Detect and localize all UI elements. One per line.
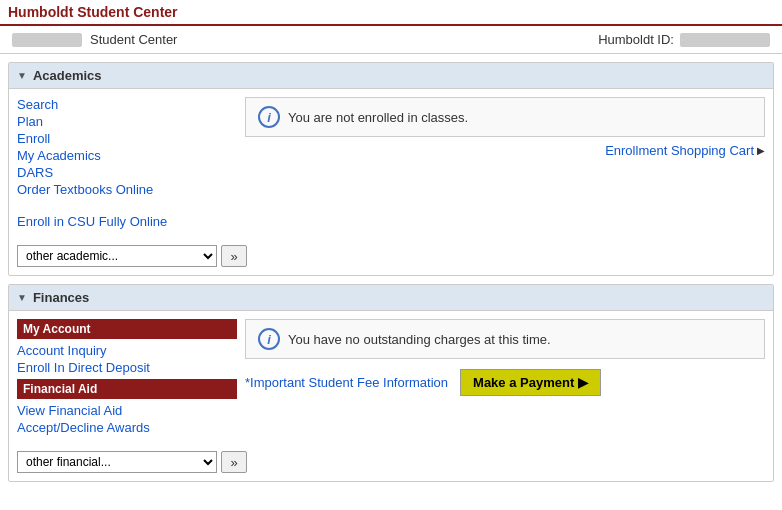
enrollment-shopping-cart-link[interactable]: Enrollment Shopping Cart ▶ — [605, 143, 765, 158]
student-name-placeholder — [12, 33, 82, 47]
financial-aid-label: Financial Aid — [23, 382, 97, 396]
finances-dropdown[interactable]: other financial... — [17, 451, 217, 473]
academics-collapse-icon[interactable]: ▼ — [17, 70, 27, 81]
humboldt-id-placeholder — [680, 33, 770, 47]
finances-right: i You have no outstanding charges at thi… — [245, 319, 765, 437]
payment-row: *Important Student Fee Information Make … — [245, 369, 765, 396]
academics-body: Search Plan Enroll My Academics DARS Ord… — [9, 89, 773, 239]
enrollment-cart-play-icon: ▶ — [757, 145, 765, 156]
academics-go-button[interactable]: » — [221, 245, 247, 267]
my-account-header: My Account — [17, 319, 237, 339]
finances-go-button[interactable]: » — [221, 451, 247, 473]
header-row: Student Center Humboldt ID: — [0, 26, 782, 54]
go-arrows-icon: » — [230, 249, 237, 264]
direct-deposit-link[interactable]: Enroll In Direct Deposit — [17, 360, 237, 375]
enroll-link[interactable]: Enroll — [17, 131, 237, 146]
header-right: Humboldt ID: — [598, 32, 770, 47]
title-bar-label: Humboldt Student Center — [8, 4, 178, 20]
finances-title: Finances — [33, 290, 89, 305]
view-financial-aid-link[interactable]: View Financial Aid — [17, 403, 237, 418]
account-inquiry-link[interactable]: Account Inquiry — [17, 343, 237, 358]
academics-title: Academics — [33, 68, 102, 83]
my-academics-link[interactable]: My Academics — [17, 148, 237, 163]
make-payment-button[interactable]: Make a Payment ▶ — [460, 369, 601, 396]
my-account-label: My Account — [23, 322, 91, 336]
finances-info-box: i You have no outstanding charges at thi… — [245, 319, 765, 359]
academics-dropdown[interactable]: other academic... — [17, 245, 217, 267]
finances-body: My Account Account Inquiry Enroll In Dir… — [9, 311, 773, 445]
make-payment-label: Make a Payment — [473, 375, 574, 390]
finances-left: My Account Account Inquiry Enroll In Dir… — [17, 319, 237, 437]
accept-decline-link[interactable]: Accept/Decline Awards — [17, 420, 237, 435]
academics-right: i You are not enrolled in classes. Enrol… — [245, 97, 765, 231]
financial-aid-header: Financial Aid — [17, 379, 237, 399]
title-bar: Humboldt Student Center — [0, 0, 782, 26]
important-fee-link[interactable]: *Important Student Fee Information — [245, 375, 448, 390]
finances-go-arrows-icon: » — [230, 455, 237, 470]
humboldt-id-label: Humboldt ID: — [598, 32, 674, 47]
order-textbooks-link[interactable]: Order Textbooks Online — [17, 182, 237, 197]
dars-link[interactable]: DARS — [17, 165, 237, 180]
finances-section: ▼ Finances My Account Account Inquiry En… — [8, 284, 774, 482]
academics-info-box: i You are not enrolled in classes. — [245, 97, 765, 137]
make-payment-play-icon: ▶ — [578, 375, 588, 390]
plan-link[interactable]: Plan — [17, 114, 237, 129]
academics-nav: Search Plan Enroll My Academics DARS Ord… — [17, 97, 237, 231]
enrollment-cart-label: Enrollment Shopping Cart — [605, 143, 754, 158]
header-left: Student Center — [12, 32, 177, 47]
finances-collapse-icon[interactable]: ▼ — [17, 292, 27, 303]
academics-info-message: You are not enrolled in classes. — [288, 110, 468, 125]
academics-section-header: ▼ Academics — [9, 63, 773, 89]
academics-info-icon: i — [258, 106, 280, 128]
enroll-csu-link[interactable]: Enroll in CSU Fully Online — [17, 214, 237, 229]
academics-dropdown-row: other academic... » — [9, 239, 773, 275]
finances-section-header: ▼ Finances — [9, 285, 773, 311]
finances-info-icon: i — [258, 328, 280, 350]
finances-dropdown-row: other financial... » — [9, 445, 773, 481]
finances-info-message: You have no outstanding charges at this … — [288, 332, 551, 347]
academics-section: ▼ Academics Search Plan Enroll My Academ… — [8, 62, 774, 276]
student-center-label: Student Center — [90, 32, 177, 47]
search-link[interactable]: Search — [17, 97, 237, 112]
